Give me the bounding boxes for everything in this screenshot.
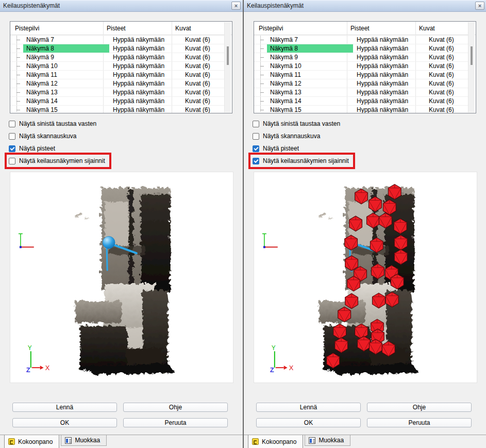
images-link[interactable]: Kuvat (6) <box>425 106 468 113</box>
checkbox[interactable] <box>9 121 15 127</box>
table-row[interactable]: Näkymä 15 Hyppää näkymään Kuvat (6) <box>254 105 468 113</box>
jump-to-view-link[interactable]: Hyppää näkymään <box>109 106 181 113</box>
view-name[interactable]: Näkymä 15 <box>267 106 353 113</box>
view-name[interactable]: Näkymä 10 <box>23 62 109 70</box>
bottom-tab[interactable]: Muokkaa <box>61 435 107 446</box>
jump-to-view-link[interactable]: Hyppää näkymään <box>109 45 181 52</box>
table-row[interactable]: Näkymä 12 Hyppää näkymään Kuvat (6) <box>10 79 225 88</box>
images-link[interactable]: Kuvat (6) <box>425 45 468 52</box>
close-button[interactable]: × <box>231 2 241 10</box>
column-header-pisteet[interactable]: Pisteet <box>103 25 172 32</box>
table-row[interactable]: Näkymä 8 Hyppää näkymään Kuvat (6) <box>254 44 468 53</box>
images-link[interactable]: Kuvat (6) <box>181 45 225 52</box>
checkbox-row[interactable]: Näytä pisteet <box>250 142 303 155</box>
pointcloud-viewport[interactable] <box>254 172 477 383</box>
bottom-tab[interactable]: Kokoonpano <box>4 435 59 448</box>
column-header-kuvat[interactable]: Kuvat <box>172 25 232 32</box>
checkbox[interactable] <box>253 158 259 164</box>
images-link[interactable]: Kuvat (6) <box>181 54 225 61</box>
checkbox-row[interactable]: Näytä skannauskuva <box>250 130 324 142</box>
jump-to-view-link[interactable]: Hyppää näkymään <box>353 106 425 113</box>
view-name[interactable]: Näkymä 12 <box>267 79 353 88</box>
checkbox[interactable] <box>9 158 15 164</box>
column-header-pistepilvi[interactable]: Pistepilvi <box>254 25 347 32</box>
table-row[interactable]: Näkymä 14 Hyppää näkymään Kuvat (6) <box>10 96 225 105</box>
scrollbar-thumb[interactable] <box>227 46 229 65</box>
images-link[interactable]: Kuvat (6) <box>181 62 225 70</box>
checkbox[interactable] <box>253 133 259 140</box>
jump-to-view-link[interactable]: Hyppää näkymään <box>109 71 181 78</box>
cancel-button[interactable]: Peruuta <box>123 418 228 427</box>
help-button[interactable]: Ohje <box>123 403 228 412</box>
table-row[interactable]: Näkymä 8 Hyppää näkymään Kuvat (6) <box>10 44 225 53</box>
jump-to-view-link[interactable]: Hyppää näkymään <box>353 62 425 70</box>
view-name[interactable]: Näkymä 14 <box>23 97 109 105</box>
checkbox[interactable] <box>253 145 259 152</box>
images-link[interactable]: Kuvat (6) <box>181 36 225 43</box>
jump-to-view-link[interactable]: Hyppää näkymään <box>353 97 425 105</box>
table-row[interactable]: Näkymä 10 Hyppää näkymään Kuvat (6) <box>254 61 468 70</box>
jump-to-view-link[interactable]: Hyppää näkymään <box>109 80 181 87</box>
checkbox[interactable] <box>9 133 15 140</box>
table-row[interactable]: Näkymä 15 Hyppää näkymään Kuvat (6) <box>10 105 225 113</box>
jump-to-view-link[interactable]: Hyppää näkymään <box>109 54 181 61</box>
images-link[interactable]: Kuvat (6) <box>425 36 468 43</box>
view-name[interactable]: Näkymä 11 <box>267 71 353 79</box>
view-name[interactable]: Näkymä 10 <box>267 62 353 70</box>
fly-button[interactable]: Lennä <box>12 403 117 412</box>
help-button[interactable]: Ohje <box>367 403 472 412</box>
view-name[interactable]: Näkymä 14 <box>267 97 353 105</box>
column-header-pisteet[interactable]: Pisteet <box>347 25 415 32</box>
table-row[interactable]: Näkymä 11 Hyppää näkymään Kuvat (6) <box>254 70 468 79</box>
table-row[interactable]: Näkymä 11 Hyppää näkymään Kuvat (6) <box>10 70 225 79</box>
images-link[interactable]: Kuvat (6) <box>181 106 225 113</box>
images-link[interactable]: Kuvat (6) <box>425 80 468 87</box>
images-link[interactable]: Kuvat (6) <box>181 89 225 96</box>
titlebar[interactable]: Keilauspistenäkymät <box>0 0 243 12</box>
bottom-tab[interactable]: Kokoonpano <box>248 435 303 448</box>
view-name[interactable]: Näkymä 12 <box>23 79 109 88</box>
jump-to-view-link[interactable]: Hyppää näkymään <box>353 54 425 61</box>
jump-to-view-link[interactable]: Hyppää näkymään <box>353 71 425 78</box>
view-name[interactable]: Näkymä 13 <box>267 88 353 96</box>
table-row[interactable]: Näkymä 12 Hyppää näkymään Kuvat (6) <box>254 79 468 88</box>
table-row[interactable]: Näkymä 13 Hyppää näkymään Kuvat (6) <box>254 88 468 96</box>
jump-to-view-link[interactable]: Hyppää näkymään <box>109 62 181 70</box>
table-row[interactable]: Näkymä 7 Hyppää näkymään Kuvat (6) <box>254 35 468 44</box>
jump-to-view-link[interactable]: Hyppää näkymään <box>353 89 425 96</box>
images-link[interactable]: Kuvat (6) <box>181 80 225 87</box>
view-name[interactable]: Näkymä 8 <box>267 44 353 53</box>
table-row[interactable]: Näkymä 9 Hyppää näkymään Kuvat (6) <box>10 53 225 61</box>
fly-button[interactable]: Lennä <box>256 403 361 412</box>
table-row[interactable]: Näkymä 9 Hyppää näkymään Kuvat (6) <box>254 53 468 61</box>
view-name[interactable]: Näkymä 8 <box>23 44 109 53</box>
table-scrollbar[interactable] <box>224 22 231 112</box>
jump-to-view-link[interactable]: Hyppää näkymään <box>353 36 425 43</box>
checkbox[interactable] <box>9 145 15 152</box>
column-header-pistepilvi[interactable]: Pistepilvi <box>10 25 103 32</box>
column-header-kuvat[interactable]: Kuvat <box>415 25 476 32</box>
table-row[interactable]: Näkymä 10 Hyppää näkymään Kuvat (6) <box>10 61 225 70</box>
checkbox-row[interactable]: Näytä skannauskuva <box>7 130 80 142</box>
jump-to-view-link[interactable]: Hyppää näkymään <box>109 97 181 105</box>
view-name[interactable]: Näkymä 7 <box>267 36 353 44</box>
close-button[interactable]: × <box>475 2 484 10</box>
checkbox-row[interactable]: Näytä keilausnäkymien sijainnit <box>7 155 109 167</box>
table-row[interactable]: Näkymä 13 Hyppää näkymään Kuvat (6) <box>10 88 225 96</box>
images-link[interactable]: Kuvat (6) <box>181 71 225 78</box>
table-row[interactable]: Näkymä 7 Hyppää näkymään Kuvat (6) <box>10 35 225 44</box>
ok-button[interactable]: OK <box>12 418 117 427</box>
table-scrollbar[interactable] <box>468 22 475 112</box>
jump-to-view-link[interactable]: Hyppää näkymään <box>353 45 425 52</box>
images-link[interactable]: Kuvat (6) <box>181 97 225 105</box>
images-link[interactable]: Kuvat (6) <box>425 89 468 96</box>
ok-button[interactable]: OK <box>256 418 361 427</box>
view-name[interactable]: Näkymä 9 <box>23 53 109 61</box>
bottom-tab[interactable]: Muokkaa <box>305 435 350 446</box>
images-link[interactable]: Kuvat (6) <box>425 97 468 105</box>
view-name[interactable]: Näkymä 9 <box>267 53 353 61</box>
view-name[interactable]: Näkymä 13 <box>23 88 109 96</box>
view-name[interactable]: Näkymä 11 <box>23 71 109 79</box>
scrollbar-thumb[interactable] <box>471 46 473 65</box>
images-link[interactable]: Kuvat (6) <box>425 54 468 61</box>
